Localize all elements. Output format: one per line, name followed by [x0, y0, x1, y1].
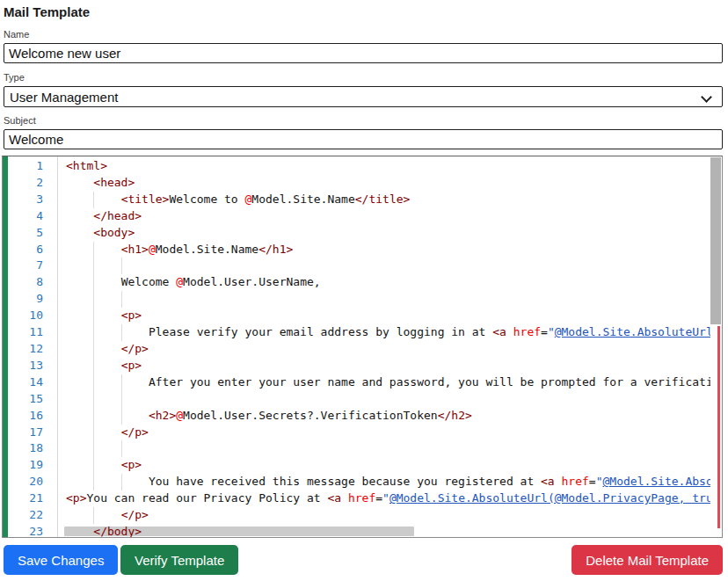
code-line: <p>	[66, 308, 711, 324]
code-line: <body>	[66, 225, 711, 242]
type-select[interactable]: User Management	[4, 86, 723, 107]
code-line	[66, 440, 711, 457]
scrollbar-error-marks	[717, 326, 720, 529]
code-line	[66, 391, 711, 408]
code-line: After you enter your user name and passw…	[66, 374, 711, 391]
save-changes-button[interactable]: Save Changes	[4, 545, 118, 575]
line-number: 6	[8, 242, 43, 258]
code-line: <h2>@Model.User.Secrets?.VerificationTok…	[66, 408, 711, 425]
chevron-down-icon	[701, 91, 712, 103]
template-code-editor[interactable]: 1234567891011121314151617181920212223 <h…	[2, 156, 723, 538]
code-line: <head>	[66, 175, 711, 192]
line-number: 18	[8, 440, 43, 457]
verify-template-button[interactable]: Verify Template	[120, 545, 238, 575]
code-line: </head>	[66, 208, 711, 225]
code-lines: <html> <head> <title>Welcome to @Model.S…	[66, 158, 711, 538]
type-selected-value: User Management	[10, 90, 118, 105]
line-number: 1	[8, 158, 43, 175]
line-number: 12	[8, 341, 43, 358]
code-line: <html>	[66, 158, 711, 175]
name-label: Name	[4, 29, 29, 40]
delete-mail-template-button[interactable]: Delete Mail Template	[571, 545, 723, 575]
code-line: </body>	[66, 524, 711, 538]
line-number: 3	[8, 192, 43, 208]
line-number: 11	[8, 324, 43, 341]
editor-gutter: 1234567891011121314151617181920212223	[8, 158, 43, 538]
line-number: 7	[8, 258, 43, 274]
line-number: 23	[8, 524, 43, 538]
subject-input[interactable]	[4, 129, 723, 149]
line-number: 22	[8, 507, 43, 524]
page-title: Mail Template	[4, 4, 90, 19]
code-line: <title>Welcome to @Model.Site.Name</titl…	[66, 192, 711, 208]
vertical-scrollbar[interactable]: ▲	[710, 157, 721, 536]
line-number: 19	[8, 457, 43, 474]
line-number: 5	[8, 225, 43, 242]
line-number: 14	[8, 374, 43, 391]
code-line: Please verify your email address by logg…	[66, 324, 711, 341]
gutter-change-indicator	[3, 156, 8, 537]
gutter-separator	[57, 156, 58, 537]
subject-label: Subject	[4, 115, 36, 126]
line-number: 10	[8, 308, 43, 324]
code-line: <p>	[66, 457, 711, 474]
type-label: Type	[4, 72, 25, 83]
line-number: 4	[8, 208, 43, 225]
line-number: 21	[8, 490, 43, 507]
code-line: </p>	[66, 425, 711, 441]
code-line: <p>You can read our Privacy Policy at <a…	[66, 490, 711, 507]
name-input[interactable]	[4, 43, 723, 63]
code-line: </p>	[66, 341, 711, 358]
code-line	[66, 258, 711, 274]
line-number: 15	[8, 391, 43, 408]
line-number: 13	[8, 358, 43, 374]
line-number: 20	[8, 474, 43, 490]
code-line: </p>	[66, 507, 711, 524]
code-line: <h1>@Model.Site.Name</h1>	[66, 242, 711, 258]
line-number: 8	[8, 274, 43, 291]
line-number: 2	[8, 175, 43, 192]
vertical-scrollbar-thumb[interactable]	[710, 157, 721, 324]
line-number: 17	[8, 425, 43, 441]
code-line	[66, 291, 711, 308]
code-line: <p>	[66, 358, 711, 374]
line-number: 16	[8, 408, 43, 425]
code-line: Welcome @Model.User.UserName,	[66, 274, 711, 291]
line-number: 9	[8, 291, 43, 308]
code-line: You have received this message because y…	[66, 474, 711, 490]
